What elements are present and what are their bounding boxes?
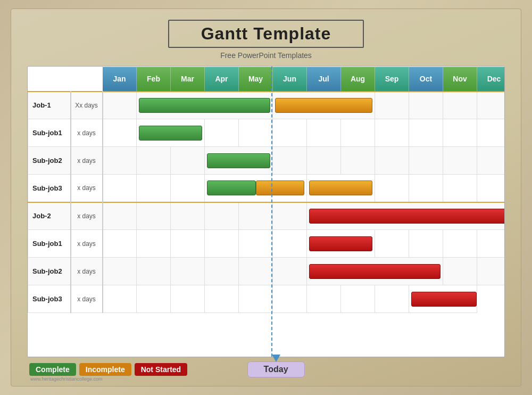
col-header-feb: Feb — [137, 67, 171, 92]
row-days: x days — [71, 285, 103, 313]
row-label: Job-1 — [28, 92, 71, 119]
bar-subjob3-incomplete — [256, 180, 305, 195]
col-header-may: May — [239, 67, 273, 92]
row-days: x days — [71, 258, 103, 285]
gantt-cell — [205, 202, 239, 230]
bar-subjob3-complete — [207, 180, 256, 195]
gantt-cell — [239, 202, 273, 230]
gantt-cell — [375, 285, 409, 313]
table-row: Sub-job1 x days — [28, 119, 505, 147]
table-row: Job-1 Xx days — [28, 92, 505, 119]
bar-job1-incomplete — [275, 98, 372, 113]
gantt-cell — [477, 175, 505, 202]
gantt-cell — [375, 147, 409, 175]
gantt-cell — [205, 230, 239, 258]
gantt-cell-subjob3-green — [205, 175, 307, 202]
gantt-cell — [375, 92, 409, 119]
legend-incomplete: Incomplete — [79, 363, 131, 376]
gantt-cell — [103, 147, 137, 175]
gantt-cell — [103, 202, 137, 230]
gantt-cell — [205, 258, 239, 285]
gantt-cell — [103, 92, 137, 119]
gantt-cell — [443, 230, 477, 258]
gantt-cell — [103, 285, 137, 313]
gantt-cell — [443, 258, 477, 285]
gantt-cell — [239, 258, 273, 285]
row-days: x days — [71, 175, 103, 202]
gantt-cell — [103, 258, 137, 285]
watermark: www.heritagechristiancollege.com — [30, 376, 103, 382]
row-days: x days — [71, 230, 103, 258]
gantt-cell — [409, 119, 443, 147]
gantt-cell — [171, 258, 205, 285]
gantt-cell — [307, 119, 341, 147]
table-row: Job-2 x days — [28, 202, 505, 230]
col-header-sep: Sep — [375, 67, 409, 92]
gantt-cell — [103, 230, 137, 258]
col-header-nov: Nov — [443, 67, 477, 92]
gantt-cell — [477, 119, 505, 147]
header-row: Jan Feb Mar Apr May Jun Jul Aug Sep Oct … — [28, 67, 505, 92]
gantt-cell-subjob3-orange — [307, 175, 375, 202]
gantt-cell — [137, 285, 171, 313]
gantt-cell — [137, 230, 171, 258]
gantt-cell — [477, 92, 505, 119]
row-label: Job-2 — [28, 202, 71, 230]
gantt-cell — [103, 175, 137, 202]
gantt-cell — [409, 92, 443, 119]
row-label: Sub-job2 — [28, 147, 71, 175]
gantt-cell — [307, 147, 341, 175]
gantt-cell — [273, 230, 307, 258]
col-header-days — [71, 67, 103, 92]
col-header-mar: Mar — [171, 67, 205, 92]
gantt-cell-subjob2b-red — [307, 258, 443, 285]
gantt-cell — [273, 119, 307, 147]
gantt-cell — [137, 147, 171, 175]
legend-not-started: Not Started — [135, 363, 187, 376]
gantt-cell — [273, 202, 307, 230]
col-header-jan: Jan — [103, 67, 137, 92]
gantt-cell — [137, 175, 171, 202]
bar-job2-notstarted — [309, 209, 505, 224]
row-label: Sub-job2 — [28, 258, 71, 285]
gantt-cell — [171, 175, 205, 202]
bar-subjob1-complete — [139, 126, 202, 141]
gantt-cell-subjob1-green — [137, 119, 205, 147]
gantt-cell-subjob3b-red — [409, 285, 477, 313]
title-box: Gantt Template — [168, 20, 364, 48]
gantt-cell — [341, 119, 375, 147]
gantt-cell — [103, 119, 137, 147]
gantt-cell — [375, 175, 409, 202]
col-header-jun: Jun — [273, 67, 307, 92]
gantt-cell — [409, 175, 443, 202]
gantt-cell-job1-green — [137, 92, 273, 119]
today-text: Today — [264, 365, 288, 374]
gantt-chart: Jan Feb Mar Apr May Jun Jul Aug Sep Oct … — [27, 66, 505, 357]
gantt-cell — [341, 147, 375, 175]
table-row: Sub-job3 x days — [28, 175, 505, 202]
gantt-cell — [171, 147, 205, 175]
gantt-cell-job1-orange — [273, 92, 375, 119]
bar-subjob3-incomplete2 — [309, 180, 372, 195]
bar-subjob3b-notstarted — [411, 292, 477, 307]
gantt-cell — [375, 119, 409, 147]
gantt-cell — [477, 230, 505, 258]
table-row: Sub-job1 x days — [28, 230, 505, 258]
bar-subjob2-complete — [207, 153, 270, 168]
gantt-cell-job2-red — [307, 202, 505, 230]
bar-subjob2b-notstarted — [309, 264, 440, 279]
col-header-oct: Oct — [409, 67, 443, 92]
gantt-cell — [477, 147, 505, 175]
gantt-cell — [273, 258, 307, 285]
bar-job1-complete — [139, 98, 270, 113]
gantt-cell — [239, 285, 273, 313]
gantt-cell — [239, 119, 273, 147]
row-days: x days — [71, 119, 103, 147]
bar-subjob1b-notstarted — [309, 236, 372, 251]
gantt-cell — [341, 285, 375, 313]
gantt-cell — [171, 230, 205, 258]
gantt-cell — [307, 285, 341, 313]
gantt-cell — [171, 202, 205, 230]
table-row: Sub-job2 x days — [28, 147, 505, 175]
bottom-section: Complete Incomplete Not Started Today — [27, 361, 505, 377]
